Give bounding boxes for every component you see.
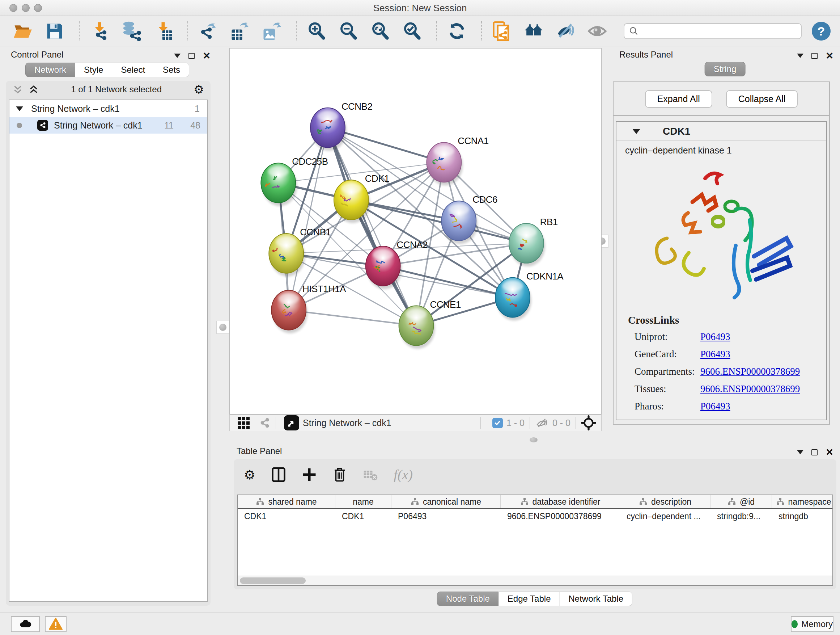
search-input[interactable] (639, 26, 797, 36)
network-node-RB1: RB1 (509, 217, 558, 266)
delete-table-icon[interactable] (363, 467, 378, 483)
collection-label: String Network – cdk1 (31, 103, 120, 114)
open-session-icon[interactable] (12, 21, 33, 42)
column-header[interactable]: database identifier (501, 495, 620, 508)
column-header[interactable]: namespace (772, 495, 833, 508)
tab-style[interactable]: Style (75, 63, 112, 77)
table-cell[interactable]: 9606.ENSP00000378699 (501, 511, 620, 521)
undock-panel-icon[interactable] (188, 53, 195, 59)
crosslink-label: Compartments: (628, 366, 700, 377)
float-panel-icon[interactable] (174, 54, 180, 58)
fit-content-crosshair-icon[interactable] (581, 415, 596, 431)
tab-network-table[interactable]: Network Table (560, 592, 633, 606)
zoom-in-icon[interactable] (306, 21, 327, 42)
table-cell[interactable]: cyclin–dependent ... (620, 511, 711, 521)
tab-select[interactable]: Select (112, 63, 154, 77)
table-cell[interactable]: stringdb:9... (711, 511, 772, 521)
crosslink-link[interactable]: P06493 (700, 331, 730, 342)
network-row-selected[interactable]: String Network – cdk1 11 48 (9, 117, 207, 134)
network-view-icon[interactable] (258, 417, 271, 429)
float-panel-icon[interactable] (797, 450, 804, 454)
cloud-button[interactable] (11, 616, 40, 632)
export-table-icon[interactable] (229, 21, 250, 42)
network-node-count: 11 (164, 120, 174, 131)
import-network-file-icon[interactable] (89, 21, 110, 42)
table-horizontal-scrollbar[interactable] (238, 576, 832, 585)
undock-panel-icon[interactable] (812, 53, 818, 59)
save-session-icon[interactable] (44, 21, 65, 42)
refresh-icon[interactable] (447, 21, 467, 42)
delete-column-trash-icon[interactable] (332, 467, 347, 482)
hide-selected-icon[interactable] (555, 21, 576, 42)
column-header[interactable]: description (620, 495, 711, 508)
scrollbar-thumb[interactable] (240, 578, 306, 584)
expand-all-icon[interactable] (28, 84, 39, 95)
network-node-CDC6: CDC6 (441, 195, 497, 244)
column-header[interactable]: @id (711, 495, 772, 508)
table-cell[interactable]: CDK1 (335, 511, 392, 521)
network-column-icon (520, 497, 529, 506)
zoom-selected-icon[interactable] (401, 21, 423, 42)
export-image-icon[interactable] (261, 21, 282, 42)
crosslink-link[interactable]: P06493 (700, 348, 730, 360)
string-home-icon[interactable] (523, 21, 544, 42)
svg-text:HIST1H1A: HIST1H1A (302, 284, 346, 294)
float-panel-icon[interactable] (797, 54, 804, 58)
import-table-icon[interactable] (153, 21, 174, 42)
crosslink-link[interactable]: P06493 (700, 401, 730, 412)
show-all-icon[interactable] (587, 21, 608, 42)
selected-checkbox-icon[interactable] (493, 418, 503, 428)
table-cell[interactable]: P06493 (392, 511, 501, 521)
function-builder-icon[interactable]: f(x) (393, 467, 413, 483)
show-columns-icon[interactable] (271, 467, 286, 483)
collection-expander-icon[interactable] (16, 106, 23, 111)
collapse-all-button[interactable]: Collapse All (726, 90, 798, 108)
undock-panel-icon[interactable] (812, 449, 818, 455)
zoom-out-icon[interactable] (338, 21, 359, 42)
create-column-plus-icon[interactable] (302, 467, 317, 482)
column-header[interactable]: name (335, 495, 392, 508)
table-row[interactable]: CDK1CDK1P064939606.ENSP00000378699cyclin… (238, 509, 832, 524)
birdseye-view-icon[interactable] (284, 415, 299, 431)
tab-node-table[interactable]: Node Table (437, 592, 499, 606)
current-network-dot-icon (17, 123, 22, 128)
close-panel-icon[interactable]: ✕ (202, 51, 210, 60)
network-edge-count: 48 (174, 120, 201, 131)
node-table[interactable]: shared namenamecanonical namedatabase id… (237, 494, 833, 586)
table-cell[interactable]: stringdb (772, 511, 833, 521)
network-node-CDKN1A: CDKN1A (495, 271, 564, 321)
table-toolbar: ⚙ f(x) (234, 459, 836, 490)
crosslink-link[interactable]: 9606.ENSP00000378699 (700, 383, 800, 394)
memory-button[interactable]: Memory (791, 616, 834, 632)
crosslink-link[interactable]: 9606.ENSP00000378699 (700, 366, 800, 377)
close-panel-icon[interactable]: ✕ (826, 51, 834, 60)
gene-entry-header[interactable]: CDK1 (616, 122, 826, 141)
warnings-button[interactable] (45, 616, 66, 632)
import-network-database-icon[interactable] (121, 21, 142, 42)
close-panel-icon[interactable]: ✕ (826, 448, 834, 457)
entry-expander-icon[interactable] (632, 129, 640, 134)
network-options-gear-icon[interactable]: ⚙ (194, 82, 204, 96)
duplicate-network-icon[interactable] (491, 21, 512, 42)
grid-view-icon[interactable] (238, 417, 249, 429)
help-icon[interactable]: ? (812, 22, 831, 41)
collapse-all-icon[interactable] (12, 84, 23, 95)
tab-sets[interactable]: Sets (154, 63, 189, 77)
tab-string[interactable]: String (705, 62, 745, 76)
export-network-icon[interactable] (197, 21, 218, 42)
column-header[interactable]: canonical name (392, 495, 501, 508)
zoom-fit-icon[interactable] (370, 21, 391, 42)
network-canvas[interactable]: CCNB2CCNA1CDC25BCDK1CDC6RB1CCNB1CCNA2HIS… (229, 48, 602, 415)
network-collection-row[interactable]: String Network – cdk1 1 (9, 100, 207, 117)
tab-network[interactable]: Network (25, 63, 75, 77)
left-splitter-handle[interactable] (216, 321, 229, 334)
string-network-graph[interactable]: CCNB2CCNA1CDC25BCDK1CDC6RB1CCNB1CCNA2HIS… (230, 49, 601, 414)
table-options-gear-icon[interactable]: ⚙ (244, 467, 256, 482)
toolbar-search[interactable] (624, 23, 802, 39)
tab-edge-table[interactable]: Edge Table (499, 592, 560, 606)
column-header[interactable]: shared name (238, 495, 335, 508)
network-column-icon (256, 497, 264, 506)
expand-all-button[interactable]: Expand All (645, 90, 712, 108)
table-cell[interactable]: CDK1 (238, 511, 335, 521)
horizontal-splitter-handle[interactable] (530, 437, 538, 442)
